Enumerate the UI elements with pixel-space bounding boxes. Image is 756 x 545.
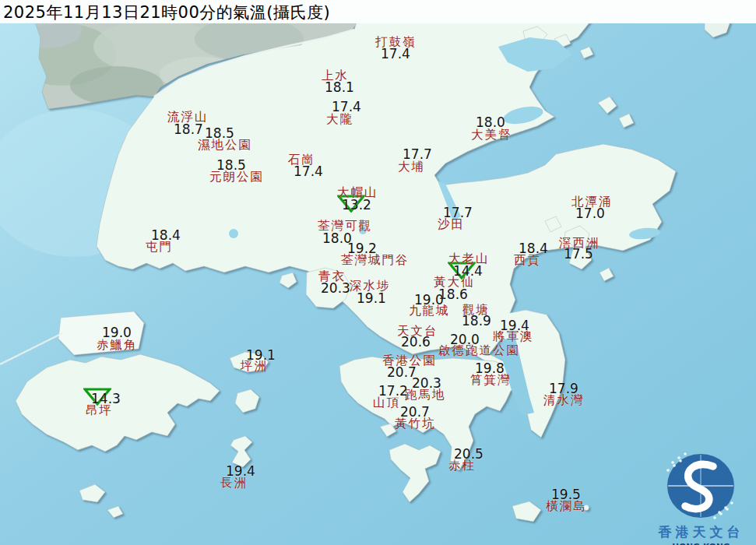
station-value-1: 18.1 — [325, 82, 354, 93]
station-value-34: 14.3 — [91, 393, 121, 405]
station-value-10: 17.0 — [575, 208, 605, 220]
station-value-15: 18.4 — [519, 243, 548, 255]
station-name-26: 赤鱲角 — [97, 339, 138, 351]
hko-logo-english: HONG KONG OBSERVATORY — [646, 542, 756, 545]
station-value-21: 19.0 — [414, 294, 444, 306]
station-name-8: 大美督 — [471, 128, 512, 141]
station-value-3: 18.7 — [174, 124, 203, 135]
station-value-30: 20.3 — [412, 378, 441, 389]
station-value-36: 19.4 — [226, 466, 255, 477]
page-title: 2025年11月13日21時00分的氣溫(攝氏度) — [3, 2, 330, 23]
station-name-2: 大隴 — [326, 113, 353, 125]
station-value-35: 20.5 — [454, 448, 483, 460]
station-value-4: 18.5 — [205, 128, 234, 139]
station-value-11: 17.7 — [443, 207, 473, 219]
hko-logo: 香港天文台 HONG KONG OBSERVATORY — [646, 445, 756, 543]
station-value-27: 19.1 — [246, 350, 276, 361]
title-bar: 2025年11月13日21時00分的氣溫(攝氏度) — [0, 0, 756, 23]
station-value-13: 18.4 — [151, 230, 181, 241]
temperature-map-page: 2025年11月13日21時00分的氣溫(攝氏度) 打鼓嶺17.4上水18.1大… — [0, 0, 756, 545]
station-value-23: 20.6 — [401, 336, 431, 348]
station-value-26: 19.0 — [102, 327, 132, 339]
station-value-33: 20.7 — [400, 406, 430, 418]
station-value-6: 18.5 — [216, 160, 246, 171]
station-value-0: 17.4 — [381, 48, 410, 60]
station-name-7: 大埔 — [398, 160, 425, 173]
station-value-8: 18.0 — [476, 117, 505, 128]
station-value-25: 20.0 — [450, 334, 480, 346]
station-value-2: 17.4 — [332, 101, 361, 113]
station-value-18: 20.3 — [321, 283, 350, 294]
station-value-22: 18.9 — [462, 315, 491, 327]
station-value-31: 17.2 — [378, 385, 408, 397]
station-layer: 打鼓嶺17.4上水18.1大隴17.4流浮山18.7濕地公園18.5石崗17.4… — [0, 0, 756, 545]
hko-logo-chinese: 香港天文台 — [646, 523, 756, 541]
station-value-7: 17.7 — [403, 149, 432, 160]
station-value-9: 13.2 — [342, 199, 371, 211]
station-value-29: 19.8 — [475, 363, 505, 374]
station-value-16: 19.2 — [347, 243, 377, 255]
station-value-5: 17.4 — [294, 166, 323, 178]
station-value-32: 17.9 — [549, 383, 578, 395]
station-value-37: 19.5 — [551, 489, 581, 501]
station-value-20: 19.1 — [357, 293, 386, 304]
station-value-24: 19.4 — [500, 320, 529, 332]
hko-logo-emblem — [646, 445, 756, 522]
station-value-14: 17.5 — [564, 248, 593, 260]
